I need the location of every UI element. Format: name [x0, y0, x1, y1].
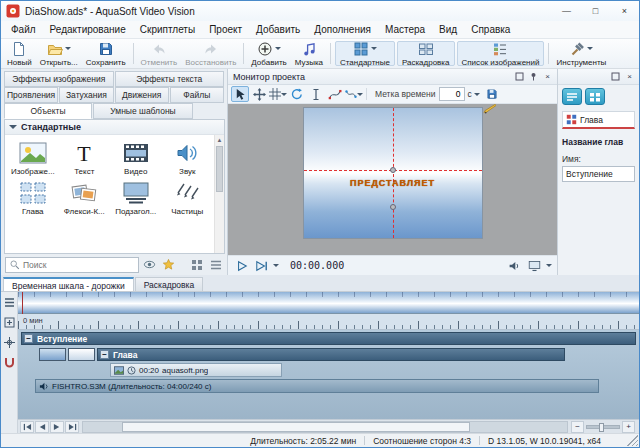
- menu-view[interactable]: Вид: [432, 22, 464, 37]
- curve-path-tool-button[interactable]: [326, 86, 344, 102]
- object-item-sound[interactable]: Звук: [162, 137, 214, 177]
- track-manager-button[interactable]: [3, 296, 16, 309]
- save-button[interactable]: Сохранить: [82, 40, 130, 67]
- timeline-main[interactable]: 0 мин − Вступление − Глава: [18, 292, 639, 433]
- storyboard-view-button[interactable]: Раскадровка: [397, 41, 455, 66]
- resize-grip[interactable]: [627, 435, 638, 446]
- tab-files[interactable]: Файлы: [170, 87, 224, 103]
- preview-image[interactable]: ПРЕДСТАВЛЯЕТ: [304, 108, 482, 238]
- timestamp-input[interactable]: [439, 87, 465, 101]
- menu-extras[interactable]: Дополнения: [307, 22, 378, 37]
- center-handle[interactable]: [390, 167, 396, 173]
- zoom-in-button[interactable]: +: [622, 421, 635, 433]
- object-item-image[interactable]: Изображе...: [7, 137, 59, 177]
- timestamp-unit-select[interactable]: с: [466, 89, 482, 99]
- timeline-ruler[interactable]: 0 мин: [18, 314, 639, 330]
- pin-icon[interactable]: [527, 70, 540, 83]
- menu-project[interactable]: Проект: [202, 22, 249, 37]
- tab-fades[interactable]: Затухания: [59, 87, 113, 103]
- open-button[interactable]: Открыть...: [36, 40, 82, 67]
- view-grid-button[interactable]: [188, 257, 205, 273]
- section-standard[interactable]: Стандартные: [5, 120, 224, 135]
- tab-appearances[interactable]: Проявления: [4, 87, 58, 103]
- go-to-start-button[interactable]: [20, 421, 34, 433]
- panel-close-button[interactable]: ×: [541, 70, 554, 83]
- go-to-end-button[interactable]: [65, 421, 79, 433]
- add-button[interactable]: Добавить: [247, 40, 290, 67]
- h-scrollbar-thumb[interactable]: [122, 422, 470, 432]
- image-list-view-button[interactable]: Список изображений: [457, 41, 545, 66]
- tab-text-effects[interactable]: Эффекты текста: [115, 71, 225, 87]
- clip-thumbnail-2[interactable]: [68, 348, 95, 361]
- text-cursor-tool-button[interactable]: [307, 86, 325, 102]
- lower-handle[interactable]: [390, 204, 396, 210]
- play-button[interactable]: [233, 258, 250, 274]
- play-from-start-button[interactable]: [253, 258, 270, 274]
- add-track-button[interactable]: [3, 316, 16, 329]
- menu-add[interactable]: Добавить: [249, 22, 307, 37]
- tools-dropdown-arrow[interactable]: [587, 47, 593, 53]
- center-playhead-button[interactable]: [3, 336, 16, 349]
- scrollbar-thumb[interactable]: [216, 146, 223, 192]
- view-list-button[interactable]: [207, 257, 224, 273]
- scroll-up-arrow-icon[interactable]: ▲: [215, 135, 224, 144]
- float-window-button[interactable]: [609, 70, 622, 83]
- menu-file[interactable]: Файл: [4, 22, 43, 37]
- step-forward-button[interactable]: [50, 421, 64, 433]
- timeline-h-scrollbar[interactable]: [82, 421, 568, 433]
- object-item-flexi-collage[interactable]: Флекси-К...: [59, 177, 111, 217]
- collapse-group-icon[interactable]: −: [100, 350, 109, 359]
- minimize-button[interactable]: —: [552, 1, 581, 21]
- snap-toggle-button[interactable]: [3, 356, 16, 369]
- grid-snap-tool-button[interactable]: [269, 86, 287, 102]
- menu-scriptlets[interactable]: Скриптлеты: [133, 22, 202, 37]
- tab-image-effects[interactable]: Эффекты изображения: [4, 71, 114, 87]
- zoom-out-button[interactable]: −: [571, 421, 584, 433]
- fullscreen-display-button[interactable]: [526, 258, 543, 274]
- grid-dropdown-arrow[interactable]: [281, 93, 287, 99]
- tab-smart-templates[interactable]: Умные шаблоны: [93, 103, 193, 119]
- new-button[interactable]: Новый: [3, 40, 36, 67]
- search-input[interactable]: [23, 260, 135, 270]
- play-options-dropdown-arrow[interactable]: [273, 264, 279, 270]
- menu-wizards[interactable]: Мастера: [378, 22, 432, 37]
- maximize-button[interactable]: □: [581, 1, 610, 21]
- path-dropdown-arrow[interactable]: [357, 93, 363, 99]
- chapter-name-input[interactable]: [562, 166, 635, 182]
- object-item-video[interactable]: Видео: [110, 137, 162, 177]
- objects-scrollbar[interactable]: ▲: [214, 135, 224, 253]
- timeline-overview-strip[interactable]: [18, 292, 639, 314]
- pan-tool-button[interactable]: [250, 86, 268, 102]
- standard-view-button[interactable]: Стандартные: [335, 41, 395, 66]
- rotate-tool-button[interactable]: [288, 86, 306, 102]
- zoom-slider-knob[interactable]: [599, 423, 604, 432]
- image-clip-item[interactable]: 00:20 aquasoft.png: [110, 363, 282, 377]
- object-item-subtitle[interactable]: Подзагол...: [110, 177, 162, 217]
- preview-eye-button[interactable]: [141, 257, 158, 273]
- tab-movements[interactable]: Движения: [115, 87, 169, 103]
- effects-view-button[interactable]: [585, 88, 605, 105]
- standard-dropdown-arrow[interactable]: [371, 47, 377, 53]
- volume-button[interactable]: [506, 258, 523, 274]
- zoom-slider[interactable]: [586, 425, 620, 429]
- properties-view-button[interactable]: [562, 88, 582, 105]
- collapse-chapter-icon[interactable]: −: [24, 334, 33, 343]
- menu-edit[interactable]: Редактирование: [43, 22, 133, 37]
- display-dropdown-arrow[interactable]: [546, 264, 552, 270]
- add-dropdown-arrow[interactable]: [275, 47, 281, 53]
- float-window-button[interactable]: [513, 70, 526, 83]
- undo-button[interactable]: Отменить: [137, 40, 182, 67]
- preview-area[interactable]: ПРЕДСТАВЛЯЕТ: [228, 104, 557, 255]
- motion-path-tool-button[interactable]: [345, 86, 363, 102]
- music-button[interactable]: Музыка: [291, 40, 327, 67]
- clip-thumbnail-1[interactable]: [39, 348, 66, 361]
- object-item-chapter[interactable]: Глава: [7, 177, 59, 217]
- object-item-particles[interactable]: Частицы: [162, 177, 214, 217]
- save-timestamp-button[interactable]: [483, 86, 501, 102]
- step-back-button[interactable]: [35, 421, 49, 433]
- group-track-header[interactable]: − Глава: [97, 348, 565, 361]
- close-button[interactable]: ×: [610, 1, 639, 21]
- redo-button[interactable]: Восстановить: [181, 40, 240, 67]
- tab-objects[interactable]: Объекты: [4, 103, 92, 119]
- tab-timeline-tracks[interactable]: Временная шкала - дорожки: [3, 277, 134, 291]
